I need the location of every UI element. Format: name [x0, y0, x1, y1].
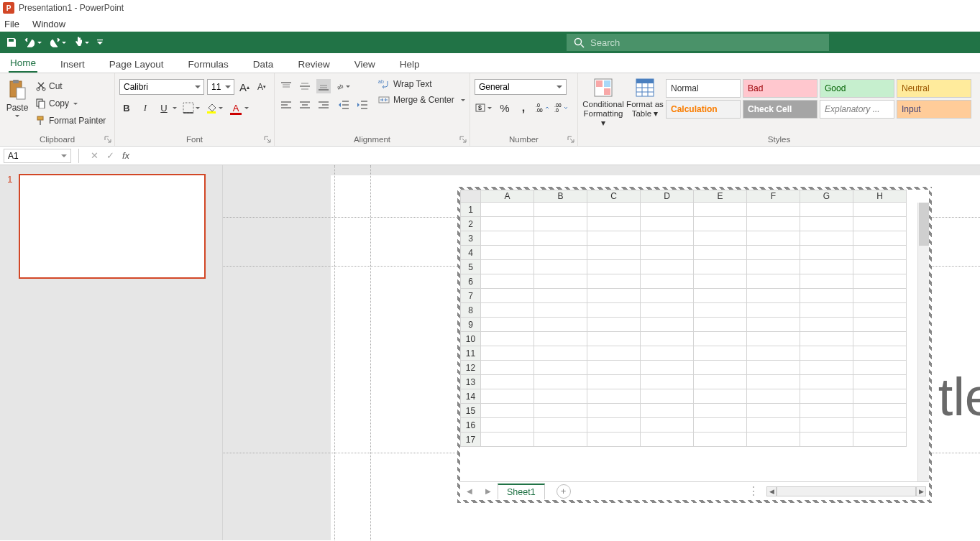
select-all-corner[interactable]: [461, 190, 481, 203]
cell[interactable]: [641, 246, 694, 260]
cell[interactable]: [587, 303, 641, 318]
embedded-spreadsheet[interactable]: ABCDEFGH 1234567891011121314151617 ◀ ▶ S…: [457, 187, 932, 503]
cut-button[interactable]: Cut: [33, 78, 109, 94]
column-header[interactable]: F: [747, 190, 800, 203]
cell[interactable]: [853, 332, 907, 346]
cell[interactable]: [747, 303, 800, 318]
row-header[interactable]: 13: [461, 375, 481, 389]
cell[interactable]: [587, 289, 641, 303]
tab-help[interactable]: Help: [398, 56, 421, 73]
menu-file[interactable]: File: [4, 19, 19, 29]
tab-formulas[interactable]: Formulas: [187, 56, 230, 73]
cell[interactable]: [481, 404, 534, 418]
cell[interactable]: [800, 433, 853, 447]
cell[interactable]: [853, 418, 907, 433]
cell[interactable]: [641, 303, 694, 318]
decrease-font-button[interactable]: A▾: [255, 80, 269, 94]
cell[interactable]: [641, 318, 694, 332]
column-header[interactable]: B: [534, 190, 587, 203]
row-header[interactable]: 1: [461, 203, 481, 217]
cell[interactable]: [641, 332, 694, 346]
row-header[interactable]: 5: [461, 260, 481, 274]
cell[interactable]: [587, 203, 641, 217]
sheet-tab[interactable]: Sheet1: [498, 484, 545, 499]
cell[interactable]: [641, 346, 694, 361]
row-header[interactable]: 8: [461, 303, 481, 318]
cell[interactable]: [481, 332, 534, 346]
cell[interactable]: [747, 404, 800, 418]
tab-page-layout[interactable]: Page Layout: [108, 56, 165, 73]
row-header[interactable]: 2: [461, 217, 481, 231]
align-top-button[interactable]: [279, 79, 293, 93]
cell[interactable]: [800, 418, 853, 433]
style-input[interactable]: Input: [897, 100, 971, 119]
cell[interactable]: [853, 375, 907, 389]
formula-input[interactable]: [134, 149, 980, 163]
conditional-formatting-button[interactable]: Conditional Formatting ▾: [582, 76, 624, 135]
cell[interactable]: [641, 389, 694, 404]
clipboard-dialog-launcher[interactable]: [104, 136, 111, 143]
align-bottom-button[interactable]: [316, 79, 331, 93]
cell[interactable]: [534, 404, 587, 418]
cell[interactable]: [534, 418, 587, 433]
column-header[interactable]: E: [694, 190, 747, 203]
style-bad[interactable]: Bad: [743, 79, 818, 98]
cell[interactable]: [747, 332, 800, 346]
tab-insert[interactable]: Insert: [59, 56, 86, 73]
font-dialog-launcher[interactable]: [264, 136, 271, 143]
cell[interactable]: [800, 217, 853, 231]
cell[interactable]: [534, 433, 587, 447]
align-center-button[interactable]: [298, 98, 312, 112]
cell[interactable]: [800, 289, 853, 303]
cell[interactable]: [534, 389, 587, 404]
percent-button[interactable]: %: [498, 101, 512, 115]
style-normal[interactable]: Normal: [666, 79, 741, 98]
cell[interactable]: [800, 231, 853, 246]
cell[interactable]: [853, 246, 907, 260]
cell[interactable]: [481, 303, 534, 318]
align-middle-button[interactable]: [298, 79, 312, 93]
number-format-select[interactable]: General: [475, 79, 567, 95]
cell[interactable]: [747, 246, 800, 260]
style-good[interactable]: Good: [820, 79, 894, 98]
cell[interactable]: [747, 318, 800, 332]
enter-formula-button[interactable]: ✓: [102, 150, 118, 161]
hscroll-right[interactable]: ▶: [916, 486, 926, 496]
row-header[interactable]: 11: [461, 346, 481, 361]
horizontal-scrollbar[interactable]: [777, 486, 916, 496]
cell[interactable]: [481, 433, 534, 447]
cell[interactable]: [747, 389, 800, 404]
row-header[interactable]: 9: [461, 318, 481, 332]
cell[interactable]: [481, 318, 534, 332]
cell[interactable]: [694, 433, 747, 447]
row-header[interactable]: 15: [461, 404, 481, 418]
cell[interactable]: [587, 274, 641, 289]
cell[interactable]: [747, 346, 800, 361]
merge-center-button[interactable]: Merge & Center: [378, 95, 465, 105]
cell[interactable]: [587, 260, 641, 274]
cell[interactable]: [641, 217, 694, 231]
cell[interactable]: [534, 332, 587, 346]
column-header[interactable]: G: [800, 190, 853, 203]
row-header[interactable]: 12: [461, 361, 481, 375]
cell[interactable]: [641, 260, 694, 274]
cell[interactable]: [694, 361, 747, 375]
cell[interactable]: [800, 389, 853, 404]
tab-data[interactable]: Data: [252, 56, 275, 73]
cell[interactable]: [587, 361, 641, 375]
cell[interactable]: [853, 274, 907, 289]
cell[interactable]: [534, 303, 587, 318]
cell[interactable]: [853, 289, 907, 303]
row-header[interactable]: 10: [461, 332, 481, 346]
wrap-text-button[interactable]: ab Wrap Text: [378, 79, 465, 89]
cell[interactable]: [694, 203, 747, 217]
cell[interactable]: [641, 375, 694, 389]
slide-thumbnail[interactable]: [19, 174, 206, 279]
cell[interactable]: [481, 274, 534, 289]
row-header[interactable]: 6: [461, 274, 481, 289]
slide-canvas[interactable]: tle ABCDEFGH 1234567891011121314151617 ◀…: [223, 165, 980, 540]
cell[interactable]: [800, 274, 853, 289]
name-box[interactable]: A1: [4, 149, 71, 163]
cell[interactable]: [694, 375, 747, 389]
cell[interactable]: [800, 361, 853, 375]
